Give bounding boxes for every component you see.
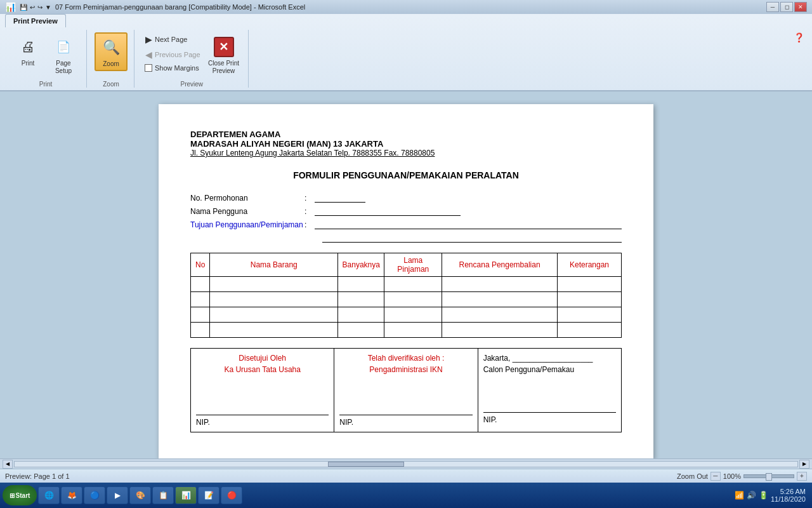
- items-table: No Nama Barang Banyaknya Lama Pinjaman R…: [190, 253, 622, 338]
- colon-no: :: [304, 194, 312, 203]
- taskbar-app-files[interactable]: 📋: [152, 486, 174, 504]
- previous-page-button[interactable]: ◀ Previous Page: [142, 48, 204, 62]
- tray-time-value: 5:26 AM: [771, 488, 806, 495]
- system-tray: 📶 🔊 🔋 5:26 AM 11/18/2020: [731, 483, 809, 508]
- windows-logo: ⊞: [10, 492, 15, 499]
- table-header-banyak: Banyaknya: [338, 253, 384, 277]
- show-margins-checkbox[interactable]: [145, 64, 152, 72]
- scroll-left[interactable]: ◀: [3, 460, 13, 469]
- print-page: DEPARTEMEN AGAMA MADRASAH ALIYAH NEGERI …: [159, 104, 653, 458]
- quick-save[interactable]: 💾: [20, 4, 27, 11]
- status-right: Zoom Out ─ 100% +: [677, 472, 807, 481]
- print-icon: 🖨: [16, 36, 39, 58]
- scroll-thumb-h[interactable]: [328, 462, 404, 467]
- tab-print-preview[interactable]: Print Preview: [5, 14, 66, 27]
- form-header: DEPARTEMEN AGAMA MADRASAH ALIYAH NEGERI …: [190, 130, 622, 157]
- zoom-slider[interactable]: [743, 474, 794, 478]
- taskbar-app-chrome[interactable]: 🔵: [84, 486, 105, 504]
- zoom-button[interactable]: 🔍 Zoom: [95, 32, 128, 71]
- close-button[interactable]: ✕: [794, 2, 807, 12]
- ribbon-group-zoom: 🔍 Zoom Zoom: [88, 30, 134, 88]
- table-row: [191, 277, 622, 292]
- colon-tujuan: :: [304, 220, 312, 229]
- form-fields: No. Permohonan : Nama Pengguna : Tujuan …: [190, 193, 622, 243]
- tray-network-icon: 📶: [735, 491, 744, 500]
- content-area: DEPARTEMEN AGAMA MADRASAH ALIYAH NEGERI …: [0, 91, 812, 469]
- title-bar: 📊 💾 ↩ ↪ ▼ 07 Form Peminjaman-penggunaan …: [0, 0, 812, 14]
- colon-nama: :: [304, 207, 312, 216]
- preview-info: Preview: Page 1 of 1: [5, 472, 70, 480]
- org-address: Jl. Syukur Lenteng Agung Jakarta Selatan…: [190, 149, 622, 157]
- print-button[interactable]: 🖨 Print: [11, 32, 44, 70]
- quick-undo[interactable]: ↩: [30, 4, 35, 11]
- chrome-icon: 🔵: [89, 490, 100, 500]
- opera-icon: 🔴: [226, 490, 237, 500]
- field-label-nama: Nama Pengguna: [190, 207, 304, 216]
- show-margins-row: Show Margins: [142, 63, 204, 73]
- sig-space-1: [196, 377, 329, 415]
- ie-icon: 🌐: [44, 490, 54, 500]
- ribbon-group-print: 🖨 Print 📄 PageSetup Print: [5, 30, 87, 88]
- window-title: 07 Form Peminjaman-penggunaan barang [Co…: [55, 3, 305, 11]
- table-header-lama: Lama Pinjaman: [384, 253, 442, 277]
- prev-page-icon: ◀: [145, 50, 152, 60]
- table-header-ket: Keterangan: [557, 253, 621, 277]
- files-icon: 📋: [158, 490, 168, 500]
- ribbon: Print Preview 🖨 Print 📄 PageSetup Print: [0, 14, 812, 91]
- preview-buttons: ▶ Next Page ◀ Previous Page Show Margins: [142, 30, 242, 78]
- sig-subheader-2: Pengadministrasi IKN: [339, 365, 472, 374]
- main-container: 📊 💾 ↩ ↪ ▼ 07 Form Peminjaman-penggunaan …: [0, 0, 812, 508]
- horizontal-scrollbar[interactable]: ◀ ▶: [0, 458, 812, 469]
- zoom-percent: 100%: [723, 472, 741, 480]
- taskbar-app-firefox[interactable]: 🦊: [61, 486, 82, 504]
- excel-logo: 📊: [5, 2, 16, 12]
- close-print-preview-button[interactable]: ✕ Close PrintPreview: [206, 32, 242, 78]
- help-icon[interactable]: ❓: [794, 32, 804, 43]
- sig-nip-1: NIP.: [196, 418, 329, 427]
- zoom-out-label: Zoom Out: [677, 472, 708, 480]
- taskbar-app-opera[interactable]: 🔴: [221, 486, 242, 504]
- restore-button[interactable]: ◻: [780, 2, 793, 12]
- quick-redo[interactable]: ↪: [37, 4, 43, 11]
- minimize-button[interactable]: ─: [766, 2, 779, 12]
- title-bar-controls: ─ ◻ ✕: [766, 2, 807, 12]
- tray-battery-icon: 🔋: [759, 491, 768, 500]
- zoom-out-button[interactable]: ─: [710, 472, 721, 481]
- sig-col-1: Disetujui Oleh Ka Urusan Tata Usaha NIP.: [191, 349, 334, 432]
- close-x-icon: ✕: [214, 37, 234, 57]
- taskbar-app-word[interactable]: 📝: [198, 486, 219, 504]
- next-page-button[interactable]: ▶ Next Page: [142, 32, 204, 46]
- media-icon: ▶: [112, 490, 122, 500]
- table-header-rencana: Rencana Pengembalian: [442, 253, 558, 277]
- tray-sound-icon: 🔊: [747, 491, 756, 500]
- sig-nip-3: NIP.: [483, 415, 616, 424]
- scroll-track: [14, 461, 798, 467]
- sig-line-2: [339, 415, 472, 415]
- taskbar-app-excel[interactable]: 📊: [175, 486, 197, 504]
- sig-col-3: Jakarta, ___________________ Calon Pengg…: [478, 349, 621, 432]
- taskbar-app-ie[interactable]: 🌐: [38, 486, 60, 504]
- print-buttons: 🖨 Print 📄 PageSetup: [11, 30, 80, 78]
- sig-space-2: [339, 377, 472, 415]
- taskbar-app-paint[interactable]: 🎨: [129, 486, 151, 504]
- preview-scroll[interactable]: DEPARTEMEN AGAMA MADRASAH ALIYAH NEGERI …: [0, 91, 812, 458]
- print-group-label: Print: [39, 78, 53, 88]
- taskbar-app-media[interactable]: ▶: [107, 486, 128, 504]
- quick-dropdown[interactable]: ▼: [45, 4, 51, 11]
- zoom-group-label: Zoom: [103, 78, 119, 88]
- word-icon: 📝: [204, 490, 214, 500]
- small-preview-buttons: ▶ Next Page ◀ Previous Page Show Margins: [142, 32, 204, 73]
- tray-date-value: 11/18/2020: [771, 495, 806, 503]
- zoom-in-button[interactable]: +: [797, 472, 807, 481]
- sig-line-1: [196, 415, 329, 415]
- show-margins-label: Show Margins: [155, 64, 199, 72]
- field-label-tujuan: Tujuan Penggunaan/Peminjaman: [190, 220, 304, 229]
- close-preview-icon-container: ✕: [213, 36, 235, 58]
- signature-table: Disetujui Oleh Ka Urusan Tata Usaha NIP.…: [190, 348, 622, 432]
- zoom-icon: 🔍: [100, 36, 122, 59]
- start-button[interactable]: ⊞ Start: [3, 485, 37, 505]
- scroll-right[interactable]: ▶: [799, 460, 809, 469]
- field-row-no-permohonan: No. Permohonan :: [190, 193, 622, 203]
- page-setup-button[interactable]: 📄 PageSetup: [47, 32, 80, 78]
- ribbon-group-preview: ▶ Next Page ◀ Previous Page Show Margins: [136, 30, 249, 88]
